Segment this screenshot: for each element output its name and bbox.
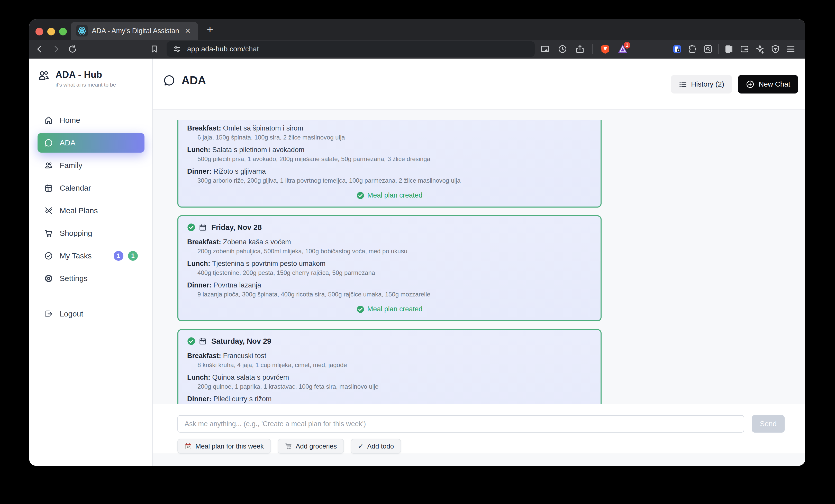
history-button[interactable]: History (2) <box>671 75 732 93</box>
meal-line: Dinner: Povrtna lazanja <box>187 280 592 290</box>
sidebar-item-ada[interactable]: ADA <box>38 133 144 152</box>
toolbar-divider <box>718 44 719 54</box>
app-name: ADA - Hub <box>56 69 116 80</box>
meal-entry: Lunch: Quinoa salata s povrćem 200g quin… <box>187 373 592 391</box>
close-window-button[interactable] <box>36 28 43 36</box>
meal-ingredients: 8 kriški kruha, 4 jaja, 1 cup mlijeka, c… <box>187 361 592 369</box>
sidebar-divider <box>29 101 152 101</box>
tab-close-icon[interactable]: ✕ <box>183 27 192 35</box>
extensions-icon[interactable] <box>688 44 698 54</box>
meal-list: Breakfast: Zobena kaša s voćem 200g zobe… <box>187 237 592 298</box>
meal-plan-status-text: Meal plan created <box>367 305 423 313</box>
meal-name: Zobena kaša s voćem <box>223 238 291 246</box>
chat-input[interactable] <box>177 415 744 433</box>
sidebar-item-label: Calendar <box>60 184 91 192</box>
window-controls <box>36 28 67 36</box>
browser-window: ADA - Amy's Digital Assistant ✕ + app.ad… <box>29 19 805 466</box>
history-clock-icon[interactable] <box>557 44 568 54</box>
meal-line: Breakfast: Francuski tost <box>187 351 592 360</box>
meal-list: Breakfast: Francuski tost 8 kriški kruha… <box>187 351 592 404</box>
reading-mode-icon[interactable] <box>540 44 550 54</box>
new-chat-button[interactable]: New Chat <box>738 75 798 93</box>
search-tabs-icon[interactable] <box>703 44 713 54</box>
meal-entry: Dinner: Pileći curry s rižom 500g pileći… <box>187 394 592 404</box>
meal-ingredients: 6 jaja, 150g špinata, 100g sira, 2 žlice… <box>187 133 592 142</box>
brave-shield-icon[interactable] <box>600 44 610 54</box>
task-badge-indigo: 1 <box>114 251 123 261</box>
meal-label: Lunch: <box>187 374 210 381</box>
url-text[interactable]: app.ada-hub.com/chat <box>187 45 259 53</box>
toolbar-divider <box>592 44 593 54</box>
meal-ingredients: 200g zobenih pahuljica, 500ml mlijeka, 1… <box>187 247 592 255</box>
extension-badge: 1 <box>624 42 630 48</box>
utensils-icon <box>44 206 53 215</box>
chat-header: ADA History (2) New Chat <box>153 59 805 110</box>
chat-bubble-icon <box>163 74 175 87</box>
menu-icon[interactable] <box>786 44 796 54</box>
reload-icon[interactable] <box>67 44 78 54</box>
wallet-icon[interactable] <box>739 44 750 54</box>
password-manager-icon[interactable] <box>672 44 682 54</box>
new-tab-button[interactable]: + <box>207 24 213 35</box>
sidebar-item-label: Shopping <box>60 229 92 238</box>
meal-line: Lunch: Quinoa salata s povrćem <box>187 373 592 382</box>
quick-action-add-todo[interactable]: ✓ Add todo <box>351 439 401 454</box>
meal-ingredients: 400g tjestenine, 200g pesta, 150g cherry… <box>187 269 592 277</box>
gear-icon <box>44 274 53 283</box>
list-icon <box>679 80 687 88</box>
sidebar-nav: Home ADA Family Calendar Meal Plans <box>38 110 144 288</box>
extension-triangle-icon[interactable]: 1 <box>617 44 628 54</box>
quick-action-add-groceries[interactable]: Add groceries <box>278 439 344 454</box>
task-badge-green: 1 <box>128 251 138 261</box>
plus-circle-icon <box>746 80 755 89</box>
meal-entry: Dinner: Rižoto s gljivama 300g arborio r… <box>187 167 592 185</box>
sidebar: ADA - Hub it's what ai is meant to be Ho… <box>29 59 153 466</box>
vpn-shield-icon[interactable] <box>770 44 780 54</box>
check-circle-icon <box>187 337 196 345</box>
sidebar-header: ADA - Hub it's what ai is meant to be <box>38 69 116 88</box>
meal-plan-date: Friday, Nov 28 <box>211 223 262 232</box>
meal-plan-status-text: Meal plan created <box>367 191 423 200</box>
task-badges: 1 1 <box>114 251 138 261</box>
share-icon[interactable] <box>575 44 585 54</box>
sidebar-toggle-icon[interactable] <box>724 44 734 54</box>
site-settings-icon[interactable] <box>172 44 182 54</box>
forward-icon[interactable] <box>51 44 61 54</box>
sidebar-item-calendar[interactable]: Calendar <box>38 178 144 198</box>
sidebar-item-label: ADA <box>60 139 76 147</box>
home-icon <box>44 116 53 125</box>
page-title: ADA <box>163 74 206 87</box>
url-bar[interactable]: app.ada-hub.com/chat <box>167 41 535 57</box>
logout-button[interactable]: Logout <box>38 304 144 324</box>
meal-plan-card: Saturday, Nov 29 Breakfast: Francuski to… <box>177 329 602 404</box>
back-icon[interactable] <box>35 44 45 54</box>
page-title-text: ADA <box>182 74 206 87</box>
sidebar-item-shopping[interactable]: Shopping <box>38 224 144 243</box>
chat-message-list[interactable]: Breakfast: Omlet sa špinatom i sirom 6 j… <box>153 120 805 404</box>
react-favicon <box>76 25 88 37</box>
meal-label: Dinner: <box>187 395 211 403</box>
minimize-window-button[interactable] <box>47 28 55 36</box>
sidebar-item-label: Meal Plans <box>60 206 98 215</box>
logout-label: Logout <box>60 310 83 318</box>
meal-name: Francuski tost <box>223 352 266 360</box>
meal-label: Breakfast: <box>187 352 221 360</box>
sidebar-item-meal-plans[interactable]: Meal Plans <box>38 201 144 220</box>
browser-tab[interactable]: ADA - Amy's Digital Assistant ✕ <box>71 22 198 40</box>
meal-line: Lunch: Salata s piletinom i avokadom <box>187 145 592 154</box>
meal-ingredients: 200g quinoe, 1 paprika, 1 krastavac, 100… <box>187 382 592 391</box>
quick-action-meal-plan[interactable]: Meal plan for this week <box>177 439 271 454</box>
meal-plan-card-header: Saturday, Nov 29 <box>187 336 592 346</box>
meal-plan-date: Saturday, Nov 29 <box>211 337 271 345</box>
sidebar-item-home[interactable]: Home <box>38 110 144 130</box>
sidebar-item-settings[interactable]: Settings <box>38 269 144 288</box>
leo-ai-icon[interactable] <box>755 44 765 54</box>
calendar-icon <box>199 337 207 345</box>
send-button[interactable]: Send <box>752 415 785 433</box>
meal-list: Breakfast: Omlet sa špinatom i sirom 6 j… <box>187 124 592 185</box>
bookmark-icon[interactable] <box>149 44 159 54</box>
sidebar-item-my-tasks[interactable]: My Tasks 1 1 <box>38 246 144 266</box>
users-logo-icon <box>38 69 50 82</box>
sidebar-item-family[interactable]: Family <box>38 156 144 175</box>
zoom-window-button[interactable] <box>59 28 67 36</box>
